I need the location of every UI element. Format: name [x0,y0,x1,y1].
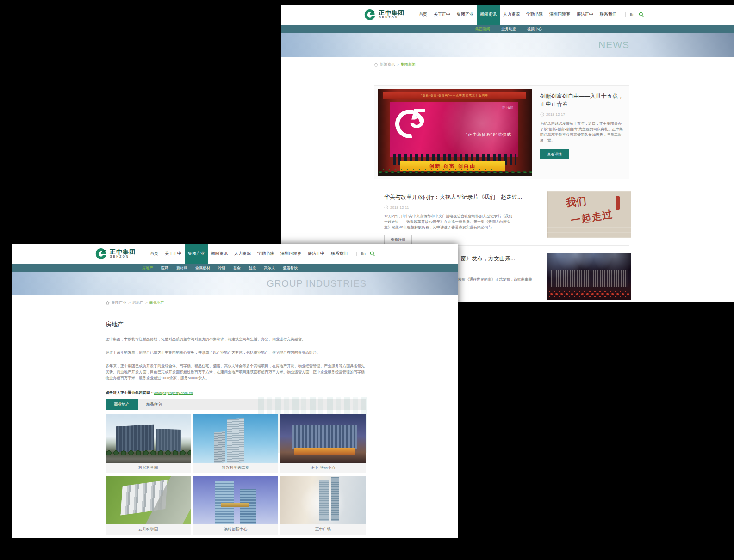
property-grid: 科兴科学园 科兴科学园二期 正中·华丽中心 [106,414,366,535]
news-photo-choir-stage[interactable] [547,253,631,300]
achievements-paragraph: 多年来，正中集团已成功开发了商业综合体、写字楼、精品住宅、酒店、高尔夫球会等多个… [106,363,366,381]
news-photo-anniversary-stage[interactable]: “创新·创富·创自由”——正中集团成立十五周年 5 正中集团 “正中新征程”起航… [378,89,532,176]
view-details-button[interactable]: 查看详情 [384,235,412,245]
tab-commercial-property[interactable]: 商业地产 [106,399,138,410]
property-caption: 正中广场 [280,524,366,535]
stage-top-banner: “创新·创富·创自由”——正中集团成立十五周年 [383,92,526,99]
nav-item-tournament[interactable]: 深圳国际赛 [546,5,573,25]
snowflake-decoration: ❄ [328,369,331,375]
home-icon [106,301,110,305]
calligraphy-text-line1: 我们 [566,194,587,210]
subnav-pharma[interactable]: 医药 [161,265,168,271]
red-seal-mark [616,196,620,210]
nav-item-news[interactable]: 新闻资讯 [477,5,500,25]
language-toggle[interactable]: En [630,12,634,17]
crumb-commercial[interactable]: 商业地产 [149,300,164,305]
news-date: 2018-12-17 [546,112,565,117]
property-card-huali-center[interactable]: 正中·华丽中心 [280,414,366,473]
nav-item-integrity[interactable]: 廉洁正中 [305,244,328,264]
industries-subnav: 房地产 医药 新材料 金属板材 冷链 基金 创投 高尔夫 酒店餐饮 [12,264,458,272]
gold-band-shape [221,503,249,507]
news-item-featured[interactable]: “创新·创富·创自由”——正中集团成立十五周年 5 正中集团 “正中新征程”起航… [374,85,629,179]
subnav-metal-sheet[interactable]: 金属板材 [195,265,210,271]
news-item[interactable]: 华美与改革开放同行：央视大型记录片《我们一起走过... 2018-12-11 1… [374,185,629,246]
building-shape [116,425,154,452]
crumb-industries[interactable]: 集团产业 [112,300,126,305]
news-title-fragment[interactable]: 窗》发布，方文山亲... [460,255,515,263]
search-icon [370,251,375,256]
crumb-real-estate[interactable]: 房地产 [132,300,143,305]
genzon-g-logo-icon [94,247,107,260]
subnav-new-materials[interactable]: 新材料 [176,265,187,271]
nav-item-home[interactable]: 首页 [416,5,430,25]
search-icon [639,12,644,17]
crumb-separator: > [145,301,148,305]
property-card-kexing-science-park[interactable]: 科兴科学园 [106,414,191,473]
search-button[interactable] [370,251,375,256]
nav-item-academy[interactable]: 学勤书院 [523,5,546,25]
property-card-genzon-plaza[interactable]: 正中广场 [280,476,366,535]
stage-front-banner-text: 创新 创富 创自由 [429,163,476,170]
brand-text: 正中集团 GENZON [379,10,404,19]
brand-logo[interactable]: 正中集团 GENZON [363,5,404,25]
subnav-group-news[interactable]: 集团新闻 [475,26,490,31]
subnav-venture[interactable]: 创投 [249,265,256,271]
header-divider [625,12,626,17]
property-card-yunsheng-science-park[interactable]: 云升科学园 [106,476,191,535]
site-header: 正中集团 GENZON 首页 关于正中 集团产业 新闻资讯 人力资源 学勤书院 … [281,5,734,25]
news-excerpt: 为纪念跨越式发展的十五年，近日，正中集团举办了以“创新•创富•创自由”为主题的司… [540,121,623,143]
official-site-link[interactable]: www.gzproperty.com.cn [154,391,193,395]
subnav-video-center[interactable]: 视频中心 [527,26,542,31]
featured-news-text: 创新创富创自由——入世十五载，正中正青春 2018-12-17 为纪念跨越式发展… [532,89,623,176]
search-button[interactable] [639,12,644,17]
news-date: 2018-12-11 [390,205,409,209]
subnav-real-estate[interactable]: 房地产 [142,265,153,271]
nav-item-news[interactable]: 新闻资讯 [208,244,231,264]
section-title: 房地产 [106,320,366,329]
news-title[interactable]: 创新创富创自由——入世十五载，正中正青春 [540,92,623,108]
property-caption: 科兴科学园 [106,463,191,473]
nav-item-home[interactable]: 首页 [147,244,162,264]
subnav-golf[interactable]: 高尔夫 [264,265,275,271]
building-shape [331,477,339,521]
subnav-hotel-dining[interactable]: 酒店餐饮 [283,265,298,271]
crumb-news[interactable]: 新闻资讯 [380,62,395,67]
nav-item-contact[interactable]: 联系我们 [597,5,620,25]
nav-item-contact[interactable]: 联系我们 [328,244,351,264]
property-photo [280,414,366,463]
official-site-link-label: 点击进入正中置业集团官网： [106,391,154,395]
core-business-paragraph: 经过十余年的发展，房地产已成为正中集团的核心业务，并形成了以产业地产为主体，包括… [106,350,366,356]
property-card-kexing-phase2[interactable]: 科兴科学园二期 [193,414,278,473]
building-shape [292,425,357,449]
building-shape [214,431,225,463]
language-toggle[interactable]: En [361,252,366,256]
nav-item-about[interactable]: 关于正中 [162,244,185,264]
subnav-business-news[interactable]: 业务动态 [501,26,516,31]
nav-item-tournament[interactable]: 深圳国际赛 [277,244,305,264]
subnav-fund[interactable]: 基金 [233,265,241,271]
view-details-button[interactable]: 查看详情 [540,149,569,159]
breadcrumb: 新闻资讯 > 集团新闻 [374,62,629,67]
anniversary-number: 5 [410,105,425,132]
breadcrumb: 集团产业 > 房地产 > 商业地产 [106,300,366,305]
property-card-aote-innovation-center[interactable]: 澳特创新中心 [193,476,278,535]
subnav-cold-chain[interactable]: 冷链 [218,265,225,271]
news-photo-calligraphy[interactable]: 我们 一起走过 [547,191,631,238]
crumb-group-news[interactable]: 集团新闻 [401,62,416,67]
nav-item-hr[interactable]: 人力资源 [500,5,523,25]
main-nav: 首页 关于正中 集团产业 新闻资讯 人力资源 学勤书院 深圳国际赛 廉洁正中 联… [416,5,620,25]
tab-boutique-residence[interactable]: 精品住宅 [138,399,170,410]
nav-item-integrity[interactable]: 廉洁正中 [573,5,597,25]
nav-item-about[interactable]: 关于正中 [430,5,454,25]
crumb-separator: > [128,301,131,305]
nav-item-hr[interactable]: 人力资源 [231,244,254,264]
nav-item-academy[interactable]: 学勤书院 [254,244,277,264]
site-header: 正中集团 GENZON 首页 关于正中 集团产业 新闻资讯 人力资源 学勤书院 … [12,244,458,264]
nav-item-industries[interactable]: 集团产业 [454,5,477,25]
news-excerpt-fragment: 校歌《通往世界的窗》正式发布，该歌曲由著 [458,277,532,282]
brand-logo[interactable]: 正中集团 GENZON [94,244,136,264]
nav-item-industries[interactable]: 集团产业 [185,244,208,264]
property-photo [193,414,278,463]
brand-name-cn: 正中集团 [110,249,136,255]
calligraphy-text-line2: 一起走过 [570,208,614,227]
